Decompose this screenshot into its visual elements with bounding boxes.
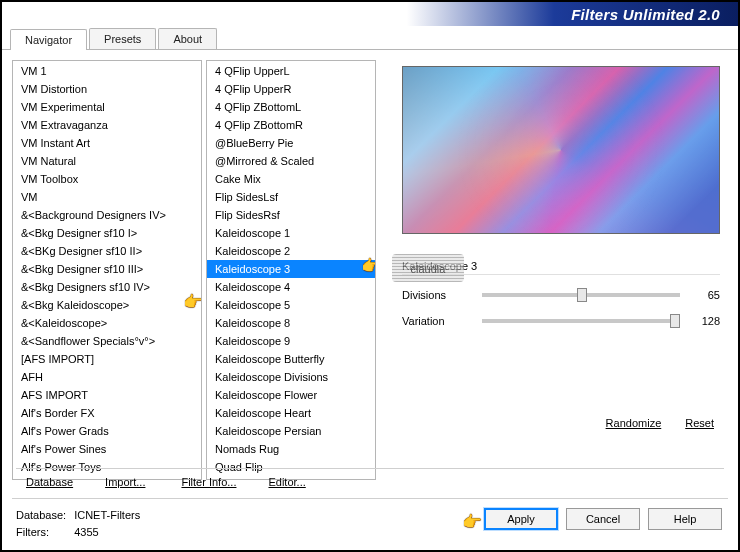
list-item[interactable]: Kaleidoscope 2 — [207, 242, 375, 260]
pointing-hand-icon: 👉 — [462, 512, 482, 531]
list-item[interactable]: &<Bkg Designer sf10 III> — [13, 260, 201, 278]
randomize-link[interactable]: Randomize — [606, 417, 662, 429]
list-item[interactable]: VM Distortion — [13, 80, 201, 98]
help-button[interactable]: Help — [648, 508, 722, 530]
list-item[interactable]: Kaleidoscope 3👉 — [207, 260, 375, 278]
list-item[interactable]: Kaleidoscope Divisions — [207, 368, 375, 386]
category-listbox[interactable]: VM 1VM DistortionVM ExperimentalVM Extra… — [12, 60, 202, 480]
list-item[interactable]: AFH — [13, 368, 201, 386]
list-item[interactable]: &<Sandflower Specials°v°> — [13, 332, 201, 350]
slider-divisions[interactable] — [482, 293, 680, 297]
editor-link[interactable]: Editor... — [268, 476, 305, 488]
param-value: 128 — [690, 315, 720, 327]
list-item[interactable]: Kaleidoscope Persian — [207, 422, 375, 440]
list-item[interactable]: VM Instant Art — [13, 134, 201, 152]
list-item[interactable]: 4 QFlip ZBottomR — [207, 116, 375, 134]
list-item[interactable]: Quad Flip — [207, 458, 375, 476]
database-link[interactable]: Database — [26, 476, 73, 488]
list-item[interactable]: Kaleidoscope 1 — [207, 224, 375, 242]
list-item[interactable]: Kaleidoscope 5 — [207, 296, 375, 314]
param-label: Variation — [402, 315, 472, 327]
list-item[interactable]: Flip SidesRsf — [207, 206, 375, 224]
filter-listbox[interactable]: 4 QFlip UpperL4 QFlip UpperR4 QFlip ZBot… — [206, 60, 376, 480]
list-item[interactable]: VM Toolbox — [13, 170, 201, 188]
tab-presets[interactable]: Presets — [89, 28, 156, 49]
tab-about[interactable]: About — [158, 28, 217, 49]
cancel-button[interactable]: Cancel — [566, 508, 640, 530]
list-item[interactable]: &<Bkg Kaleidoscope>👉 — [13, 296, 201, 314]
list-item[interactable]: &<Background Designers IV> — [13, 206, 201, 224]
list-item[interactable]: [AFS IMPORT] — [13, 350, 201, 368]
list-item[interactable]: Kaleidoscope Flower — [207, 386, 375, 404]
slider-variation[interactable] — [482, 319, 680, 323]
pointing-hand-icon: 👉 — [183, 294, 202, 310]
list-item[interactable]: Kaleidoscope 4 — [207, 278, 375, 296]
list-item[interactable]: @BlueBerry Pie — [207, 134, 375, 152]
watermark: claudia — [392, 254, 464, 294]
list-item[interactable]: &<Bkg Designers sf10 IV> — [13, 278, 201, 296]
list-item[interactable]: VM — [13, 188, 201, 206]
list-item[interactable]: 4 QFlip ZBottomL — [207, 98, 375, 116]
list-item[interactable]: VM 1 — [13, 62, 201, 80]
apply-button[interactable]: 👉 Apply — [484, 508, 558, 530]
reset-link[interactable]: Reset — [685, 417, 714, 429]
list-item[interactable]: 4 QFlip UpperR — [207, 80, 375, 98]
list-item[interactable]: &<BKg Designer sf10 II> — [13, 242, 201, 260]
list-item[interactable]: VM Natural — [13, 152, 201, 170]
import-link[interactable]: Import... — [105, 476, 145, 488]
list-item[interactable]: @Mirrored & Scaled — [207, 152, 375, 170]
list-item[interactable]: Kaleidoscope 9 — [207, 332, 375, 350]
param-row-variation: Variation 128 — [402, 315, 720, 327]
list-item[interactable]: Nomads Rug — [207, 440, 375, 458]
list-item[interactable]: Cake Mix — [207, 170, 375, 188]
app-title: Filters Unlimited 2.0 — [571, 6, 720, 23]
preview-image — [402, 66, 720, 234]
list-item[interactable]: AFS IMPORT — [13, 386, 201, 404]
list-item[interactable]: VM Extravaganza — [13, 116, 201, 134]
tab-navigator[interactable]: Navigator — [10, 29, 87, 50]
list-item[interactable]: Alf's Power Sines — [13, 440, 201, 458]
list-item[interactable]: Kaleidoscope 8 — [207, 314, 375, 332]
pointing-hand-icon: 👉 — [361, 258, 376, 274]
list-item[interactable]: Alf's Border FX — [13, 404, 201, 422]
list-item[interactable]: &<Bkg Designer sf10 I> — [13, 224, 201, 242]
list-item[interactable]: Alf's Power Grads — [13, 422, 201, 440]
filter-info-link[interactable]: Filter Info... — [181, 476, 236, 488]
list-item[interactable]: &<Kaleidoscope> — [13, 314, 201, 332]
list-item[interactable]: Kaleidoscope Heart — [207, 404, 375, 422]
list-item[interactable]: 4 QFlip UpperL — [207, 62, 375, 80]
param-value: 65 — [690, 289, 720, 301]
status-bar: Database:ICNET-Filters Filters:4355 — [14, 506, 142, 542]
tab-strip: Navigator Presets About — [2, 26, 738, 50]
list-item[interactable]: Kaleidoscope Butterfly — [207, 350, 375, 368]
list-item[interactable]: Alf's Power Toys — [13, 458, 201, 476]
title-bar: Filters Unlimited 2.0 — [2, 2, 738, 26]
list-item[interactable]: VM Experimental — [13, 98, 201, 116]
list-item[interactable]: Flip SidesLsf — [207, 188, 375, 206]
